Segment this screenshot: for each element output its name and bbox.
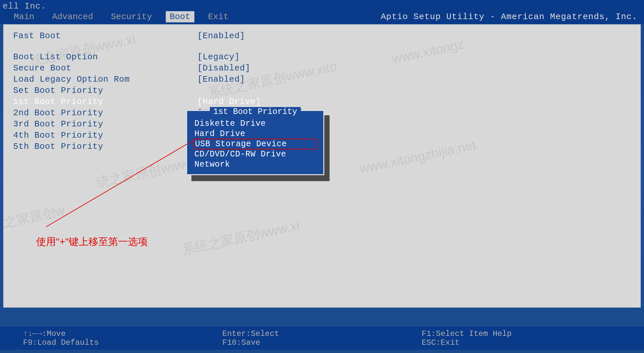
footer-enter: Enter:Select — [222, 329, 422, 338]
spacer — [13, 42, 631, 52]
tab-exit[interactable]: Exit — [204, 11, 233, 22]
setting-label: Fast Boot — [13, 31, 197, 41]
boot-priority-popup: 1st Boot Priority Diskette Drive Hard Dr… — [186, 110, 324, 175]
setting-label: Boot List Option — [13, 52, 197, 62]
setting-label: 2nd Boot Priority — [13, 108, 197, 118]
watermark: 统之家原创w — [0, 201, 66, 234]
popup-option-cddvd[interactable]: CD/DVD/CD-RW Drive — [193, 149, 317, 159]
setting-boot-list-option[interactable]: Boot List Option [Legacy] — [13, 52, 631, 62]
footer-f10: F10:Save — [222, 338, 422, 347]
footer-move: ↑↓←→:Move — [23, 329, 222, 338]
footer-f1: F1:Select Item Help — [422, 329, 621, 338]
watermark: wu — [0, 266, 2, 285]
setting-value: [Legacy] — [197, 52, 240, 62]
popup-option-network[interactable]: Network — [193, 159, 317, 170]
footer-esc: ESC:Exit — [422, 338, 621, 347]
setting-value: [Hard Drive] — [197, 97, 261, 107]
setting-label: 5th Boot Priority — [13, 142, 197, 151]
menu-tabs: Main Advanced Security Boot Exit — [0, 11, 233, 22]
setting-legacy-rom[interactable]: Load Legacy Option Rom [Enabled] — [13, 74, 631, 84]
bios-screen: ell Inc. Main Advanced Security Boot Exi… — [0, 0, 644, 353]
setting-label: 4th Boot Priority — [13, 130, 197, 140]
annotation-text: 使用"+"键上移至第一选项 — [36, 235, 148, 249]
setting-label: 1st Boot Priority — [13, 97, 197, 107]
popup-option-harddrive[interactable]: Hard Drive — [193, 129, 317, 139]
popup-option-usb[interactable]: USB Storage Device — [193, 139, 317, 149]
setting-label: Load Legacy Option Rom — [13, 74, 197, 84]
utility-title: Aptio Setup Utility - American Megatrend… — [381, 12, 644, 22]
setting-value: [Enabled] — [197, 31, 245, 41]
setting-label: 3rd Boot Priority — [13, 119, 197, 129]
setting-set-boot-priority[interactable]: Set Boot Priority — [13, 86, 631, 95]
setting-label: Secure Boot — [13, 63, 197, 73]
setting-value: [Disabled] — [197, 63, 250, 73]
popup-title: 1st Boot Priority — [193, 107, 317, 117]
content-area: 统之家原创www.xi 系统之家原创www.xito www.xitongz 统… — [3, 24, 641, 308]
popup-option-diskette[interactable]: Diskette Drive — [193, 119, 317, 129]
tab-boot[interactable]: Boot — [166, 11, 194, 22]
setting-1st-boot[interactable]: 1st Boot Priority [Hard Drive] — [13, 97, 631, 107]
setting-fast-boot[interactable]: Fast Boot [Enabled] — [13, 31, 631, 41]
watermark: 系统之家原创www.xi — [180, 216, 301, 259]
setting-secure-boot[interactable]: Secure Boot [Disabled] — [13, 63, 631, 73]
setting-value: [Enabled] — [197, 74, 245, 84]
tab-security[interactable]: Security — [107, 11, 156, 22]
setting-label: Set Boot Priority — [13, 86, 197, 95]
header-bar: ell Inc. Main Advanced Security Boot Exi… — [0, 0, 644, 24]
footer-f9: F9:Load Defaults — [23, 338, 222, 347]
footer-bar: ↑↓←→:Move Enter:Select F1:Select Item He… — [0, 327, 644, 350]
vendor-name: ell Inc. — [0, 1, 46, 11]
tab-main[interactable]: Main — [10, 11, 38, 22]
tab-advanced[interactable]: Advanced — [48, 11, 97, 22]
